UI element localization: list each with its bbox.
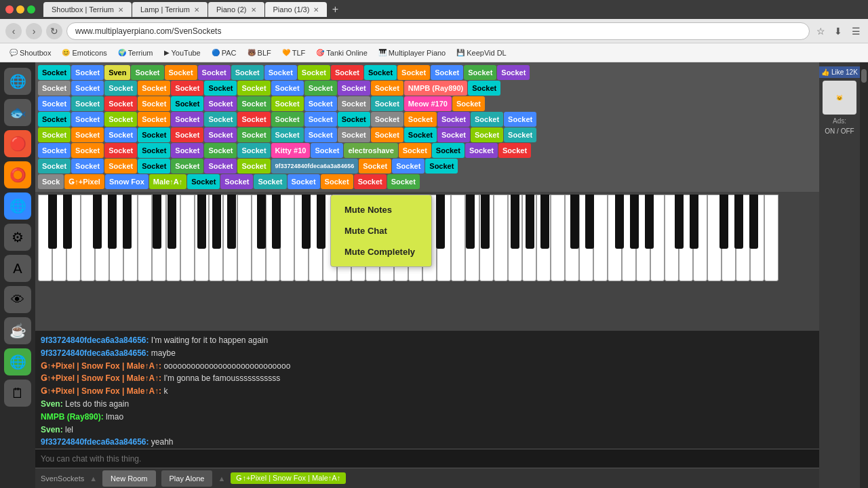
player-button-kitty[interactable]: Kitty #10 (271, 143, 311, 158)
bookmark-tlf[interactable]: 🧡 TLF (278, 47, 310, 58)
player-button[interactable]: Socket (138, 143, 170, 158)
on-off-label[interactable]: ON / OFF (825, 127, 854, 135)
sidebar-icon-dark3[interactable]: 👁 (4, 286, 31, 313)
player-button-male[interactable]: Male↑A↑ (149, 174, 186, 189)
player-button[interactable]: Socket (392, 159, 425, 174)
player-button[interactable]: Socket (304, 96, 337, 111)
scroll-thumb[interactable] (861, 69, 867, 83)
maximize-button[interactable] (27, 5, 35, 14)
sidebar-icon-green[interactable]: 🌐 (4, 348, 31, 375)
player-button[interactable]: Socket (464, 65, 496, 80)
white-key[interactable] (195, 195, 209, 281)
white-key[interactable] (252, 195, 266, 281)
bookmark-terrium[interactable]: 🌍 Terrium (114, 47, 157, 58)
player-button[interactable]: Socket (237, 81, 270, 96)
player-button[interactable]: Sock (38, 174, 64, 189)
player-button-nmpb[interactable]: NMPB (Ray890) (404, 81, 467, 96)
sidebar-icon-browser[interactable]: 🌐 (4, 192, 31, 220)
player-button[interactable]: Socket (138, 112, 170, 127)
white-key[interactable] (579, 195, 593, 281)
bookmark-shoutbox[interactable]: 💬 Shoutbox (5, 47, 55, 58)
white-key[interactable] (309, 195, 323, 281)
player-button[interactable]: Socket (425, 159, 458, 174)
sidebar-icon-dark4[interactable]: ☕ (4, 317, 31, 344)
sidebar-icon-dark5[interactable]: 🗒 (4, 380, 31, 407)
player-button[interactable]: Socket (204, 96, 237, 111)
player-button[interactable]: Socket (359, 159, 391, 174)
player-button[interactable]: Socket (131, 65, 163, 80)
white-key[interactable] (508, 195, 522, 281)
bookmark-mp[interactable]: 🎹 Multiplayer Piano (374, 47, 450, 58)
play-dropdown-arrow[interactable]: ▲ (218, 474, 225, 483)
player-button[interactable]: Socket (304, 81, 337, 96)
player-button[interactable]: Socket (237, 96, 270, 111)
white-key[interactable] (95, 195, 109, 281)
player-button[interactable]: Socket (271, 127, 304, 142)
white-key[interactable] (679, 195, 693, 281)
player-button-fox[interactable]: Snow Fox (105, 174, 149, 189)
white-key[interactable] (52, 195, 66, 281)
player-button[interactable]: Socket (338, 96, 370, 111)
download-icon[interactable]: ⬇ (831, 24, 845, 38)
player-button[interactable]: Socket (321, 174, 353, 189)
tab-piano-active[interactable]: Piano (1/3) ✕ (265, 2, 328, 17)
player-button[interactable]: Socket (471, 127, 503, 142)
player-button[interactable]: Socket (231, 65, 264, 80)
player-button[interactable]: Socket (364, 65, 397, 80)
like-button[interactable]: 👍 Like 12K (817, 66, 862, 78)
player-button[interactable]: Socket (271, 81, 304, 96)
white-key[interactable] (707, 195, 722, 281)
player-button[interactable]: Socket (371, 81, 403, 96)
play-alone-button[interactable]: Play Alone (161, 470, 213, 487)
bookmark-emoticons[interactable]: 😊 Emoticons (58, 47, 111, 58)
tab-close-icon[interactable]: ✕ (194, 6, 199, 14)
white-key[interactable] (764, 195, 778, 281)
player-button[interactable]: Socket (387, 174, 420, 189)
player-button[interactable]: Socket (71, 96, 104, 111)
player-button[interactable]: Socket (138, 81, 170, 96)
player-button[interactable]: Socket (71, 65, 104, 80)
close-button[interactable] (5, 5, 14, 14)
minimize-button[interactable] (16, 5, 24, 14)
player-button[interactable]: Socket (220, 174, 253, 189)
sidebar-icon-top[interactable]: 🌐 (4, 68, 31, 95)
player-button[interactable]: Socket (38, 112, 71, 127)
tab-lamp[interactable]: Lamp | Terrium ✕ (132, 2, 208, 17)
white-key[interactable] (665, 195, 679, 281)
white-key[interactable] (693, 195, 707, 281)
white-key[interactable] (437, 195, 451, 281)
player-button[interactable]: Socket (104, 96, 137, 111)
player-button[interactable]: Socket (198, 65, 231, 80)
player-button[interactable]: Socket (104, 81, 137, 96)
player-button[interactable]: Socket (354, 174, 387, 189)
player-button[interactable]: Socket (271, 112, 304, 127)
bookmark-youtube[interactable]: ▶ YouTube (160, 47, 205, 58)
white-key[interactable] (38, 195, 52, 281)
white-key[interactable] (593, 195, 608, 281)
player-button[interactable]: Socket (38, 96, 71, 111)
player-button[interactable]: Socket (104, 112, 137, 127)
dropdown-arrow[interactable]: ▲ (90, 474, 97, 483)
player-button[interactable]: Socket (104, 159, 137, 174)
player-button[interactable]: Socket (254, 174, 286, 189)
white-key[interactable] (280, 195, 294, 281)
player-button[interactable]: Socket (397, 65, 430, 80)
tab-close-icon[interactable]: ✕ (251, 6, 256, 14)
white-key[interactable] (565, 195, 579, 281)
sidebar-icon-red[interactable]: 🔴 (4, 130, 31, 157)
player-button[interactable]: Socket (452, 96, 485, 111)
player-button[interactable]: Socket (204, 127, 237, 142)
player-button[interactable]: Socket (171, 81, 203, 96)
player-button-hash[interactable]: 9f33724840fdeca6a3a84656 (271, 159, 359, 174)
white-key[interactable] (109, 195, 123, 281)
player-button[interactable]: Socket (171, 143, 203, 158)
player-button[interactable]: Socket (71, 143, 104, 158)
white-key[interactable] (622, 195, 636, 281)
player-button[interactable]: Socket (187, 174, 220, 189)
white-key[interactable] (223, 195, 237, 281)
white-key[interactable] (237, 195, 252, 281)
player-button[interactable]: Socket (465, 143, 498, 158)
player-button[interactable]: Socket (138, 96, 170, 111)
sidebar-icon-dark2[interactable]: A (4, 255, 31, 282)
player-button[interactable]: Socket (204, 81, 237, 96)
